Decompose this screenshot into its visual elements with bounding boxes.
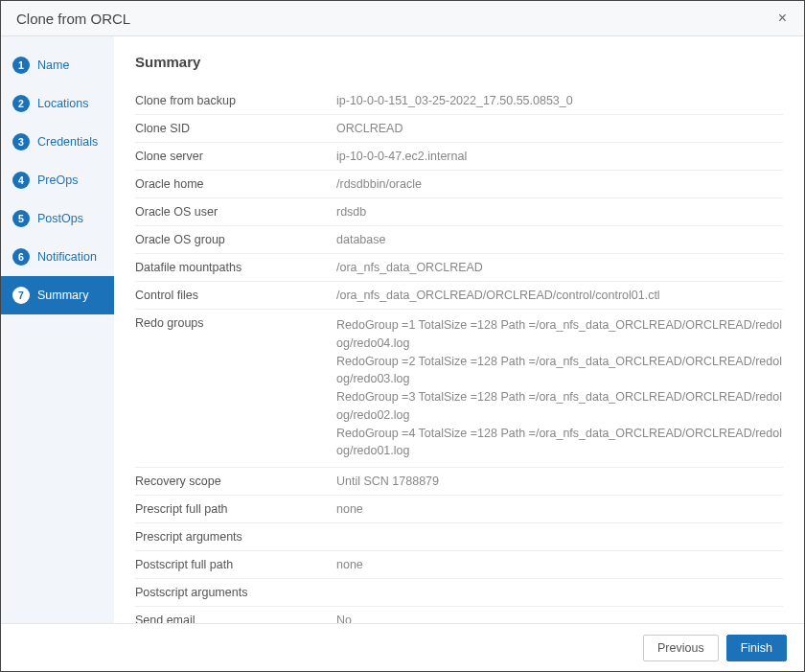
summary-value: rdsdb: [336, 205, 783, 219]
main-panel: Summary Clone from backupip-10-0-0-151_0…: [114, 36, 804, 623]
summary-row: Oracle OS userrdsdb: [135, 198, 783, 226]
step-preops[interactable]: 4 PreOps: [1, 161, 114, 199]
summary-label: Clone from backup: [135, 94, 336, 107]
summary-label: Postscript full path: [135, 558, 336, 571]
step-label: PreOps: [37, 174, 78, 187]
summary-row: Postscript full pathnone: [135, 551, 783, 579]
step-label: PostOps: [37, 212, 83, 225]
summary-label: Clone server: [135, 150, 336, 163]
summary-value: /rdsdbbin/oracle: [336, 177, 783, 191]
step-number: 7: [12, 287, 30, 304]
step-label: Credentials: [37, 135, 98, 149]
dialog-footer: Previous Finish: [1, 623, 804, 671]
step-number: 3: [12, 133, 30, 151]
summary-value: ip-10-0-0-151_03-25-2022_17.50.55.0853_0: [336, 94, 783, 107]
previous-button[interactable]: Previous: [643, 635, 719, 661]
summary-table: Clone from backupip-10-0-0-151_03-25-202…: [135, 87, 783, 623]
step-label: Locations: [37, 97, 89, 110]
summary-label: Oracle OS user: [135, 205, 336, 219]
dialog-body: 1 Name 2 Locations 3 Credentials 4 PreOp…: [1, 36, 804, 623]
page-title: Summary: [135, 54, 783, 70]
summary-row: Redo groupsRedoGroup =1 TotalSize =128 P…: [135, 310, 783, 468]
step-number: 1: [12, 57, 30, 74]
summary-row: Control files/ora_nfs_data_ORCLREAD/ORCL…: [135, 282, 783, 310]
summary-row: Recovery scopeUntil SCN 1788879: [135, 468, 783, 496]
summary-row: Clone from backupip-10-0-0-151_03-25-202…: [135, 87, 783, 115]
summary-row: Oracle OS groupdatabase: [135, 226, 783, 254]
step-locations[interactable]: 2 Locations: [1, 84, 114, 123]
summary-label: Redo groups: [135, 316, 336, 330]
summary-value: No: [336, 614, 783, 623]
summary-value: /ora_nfs_data_ORCLREAD/ORCLREAD/control/…: [336, 289, 783, 302]
summary-row: Postscript arguments: [135, 579, 783, 607]
summary-label: Recovery scope: [135, 475, 336, 488]
step-credentials[interactable]: 3 Credentials: [1, 123, 114, 161]
step-label: Summary: [37, 289, 88, 302]
summary-value: none: [336, 502, 783, 516]
summary-label: Postscript arguments: [135, 586, 336, 599]
step-name[interactable]: 1 Name: [1, 46, 114, 84]
summary-value: RedoGroup =1 TotalSize =128 Path =/ora_n…: [336, 316, 783, 460]
summary-row: Oracle home/rdsdbbin/oracle: [135, 171, 783, 198]
summary-row: Prescript full pathnone: [135, 496, 783, 523]
step-summary[interactable]: 7 Summary: [1, 276, 114, 314]
summary-value: none: [336, 558, 783, 571]
summary-row: Send emailNo: [135, 607, 783, 623]
summary-row: Clone SIDORCLREAD: [135, 115, 783, 143]
dialog-title: Clone from ORCL: [16, 11, 130, 27]
summary-label: Oracle home: [135, 177, 336, 191]
summary-label: Send email: [135, 614, 336, 623]
clone-dialog: Clone from ORCL × 1 Name 2 Locations 3 C…: [0, 0, 805, 672]
summary-label: Prescript full path: [135, 502, 336, 516]
close-icon[interactable]: ×: [772, 9, 793, 28]
summary-value-line: RedoGroup =1 TotalSize =128 Path =/ora_n…: [336, 316, 783, 353]
summary-label: Oracle OS group: [135, 233, 336, 246]
summary-value: ORCLREAD: [336, 122, 783, 135]
step-number: 6: [12, 248, 30, 266]
step-number: 5: [12, 210, 30, 227]
summary-value-line: RedoGroup =3 TotalSize =128 Path =/ora_n…: [336, 388, 783, 425]
step-notification[interactable]: 6 Notification: [1, 238, 114, 276]
step-number: 4: [12, 172, 30, 189]
summary-value: /ora_nfs_data_ORCLREAD: [336, 261, 783, 274]
summary-value: ip-10-0-0-47.ec2.internal: [336, 150, 783, 163]
titlebar: Clone from ORCL ×: [1, 1, 804, 36]
summary-row: Datafile mountpaths/ora_nfs_data_ORCLREA…: [135, 254, 783, 282]
summary-label: Datafile mountpaths: [135, 261, 336, 274]
summary-label: Control files: [135, 289, 336, 302]
wizard-sidebar: 1 Name 2 Locations 3 Credentials 4 PreOp…: [1, 36, 114, 623]
summary-value: database: [336, 233, 783, 246]
finish-button[interactable]: Finish: [726, 635, 787, 661]
step-label: Name: [37, 58, 69, 72]
summary-row: Prescript arguments: [135, 523, 783, 551]
step-postops[interactable]: 5 PostOps: [1, 199, 114, 238]
summary-label: Clone SID: [135, 122, 336, 135]
summary-row: Clone serverip-10-0-0-47.ec2.internal: [135, 143, 783, 171]
summary-label: Prescript arguments: [135, 530, 336, 544]
summary-value: Until SCN 1788879: [336, 475, 783, 488]
summary-value-line: RedoGroup =4 TotalSize =128 Path =/ora_n…: [336, 425, 783, 461]
step-number: 2: [12, 95, 30, 112]
summary-value-line: RedoGroup =2 TotalSize =128 Path =/ora_n…: [336, 353, 783, 389]
step-label: Notification: [37, 250, 97, 264]
